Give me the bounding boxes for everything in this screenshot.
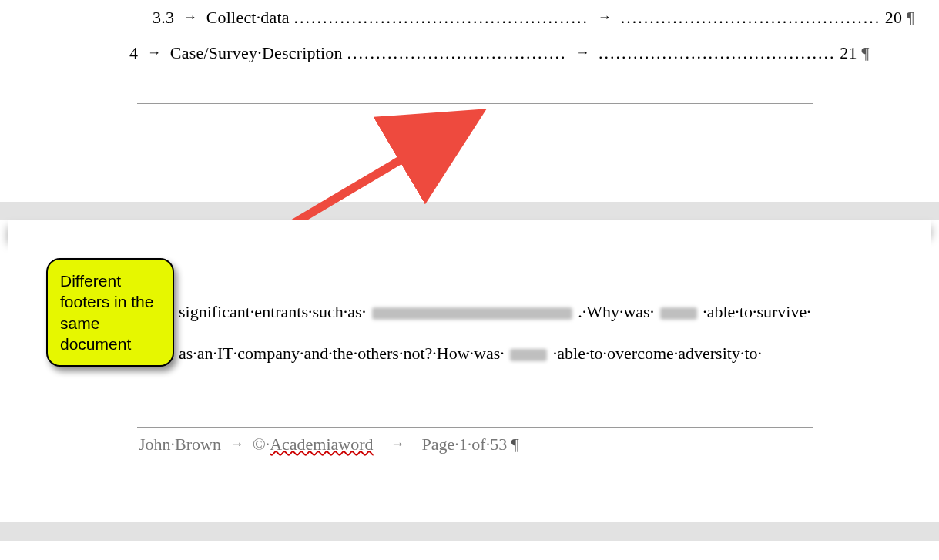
- callout-text: Different footers in the same document: [60, 272, 153, 353]
- footer-author: John·Brown: [139, 434, 221, 454]
- toc-entry-4: 4 → Case/Survey·Description ............…: [129, 43, 870, 63]
- annotation-callout: Different footers in the same document: [46, 258, 174, 367]
- page-gap: [0, 202, 939, 220]
- page-top: 3.3 → Collect·data .....................…: [8, 0, 931, 200]
- footer-author-copyright-page: John·Brown → ©·Academiaword → Page·1·of·…: [139, 434, 519, 454]
- redacted-text: [372, 307, 572, 320]
- tab-arrow-icon: →: [225, 436, 248, 451]
- toc-num: 4: [129, 43, 138, 62]
- page-gap-bottom: [0, 522, 939, 541]
- toc-num: 3.3: [153, 8, 174, 27]
- footer-separator: [137, 103, 813, 104]
- footer-academiaword-link[interactable]: Academiaword: [270, 434, 373, 454]
- body-line-1: significant·entrants·such·as· .·Why·was·…: [179, 302, 811, 322]
- redacted-text: [660, 307, 697, 320]
- toc-leader: ......................................: [347, 43, 566, 62]
- toc-page: 20: [885, 8, 902, 27]
- body-line-2: as·an·IT·company·and·the·others·not?·How…: [179, 344, 762, 364]
- toc-title: Collect·data: [206, 8, 290, 27]
- toc-leader: ........................................…: [294, 8, 589, 27]
- toc-leader: ........................................…: [599, 43, 836, 62]
- footer-separator: [137, 427, 813, 428]
- toc-leader: ........................................…: [621, 8, 881, 27]
- footer-page-number-roman: ii¶: [457, 109, 474, 129]
- redacted-text: [510, 349, 547, 361]
- pilcrow-icon: ¶: [466, 109, 474, 129]
- pilcrow-icon: ¶: [907, 8, 914, 27]
- toc-page: 21: [840, 43, 857, 62]
- footer-page-count: Page·1·of·53: [422, 434, 508, 454]
- tab-arrow-icon: →: [179, 9, 202, 25]
- tab-arrow-icon: →: [143, 45, 166, 60]
- pilcrow-icon: ¶: [511, 434, 519, 454]
- pilcrow-icon: ¶: [861, 43, 869, 62]
- tab-arrow-icon: →: [571, 45, 594, 60]
- toc-title: Case/Survey·Description: [170, 43, 343, 62]
- toc-entry-3-3: 3.3 → Collect·data .....................…: [153, 8, 914, 28]
- footer-copyright: ©·: [253, 434, 270, 454]
- tab-arrow-icon: →: [593, 9, 616, 25]
- tab-arrow-icon: →: [386, 436, 409, 451]
